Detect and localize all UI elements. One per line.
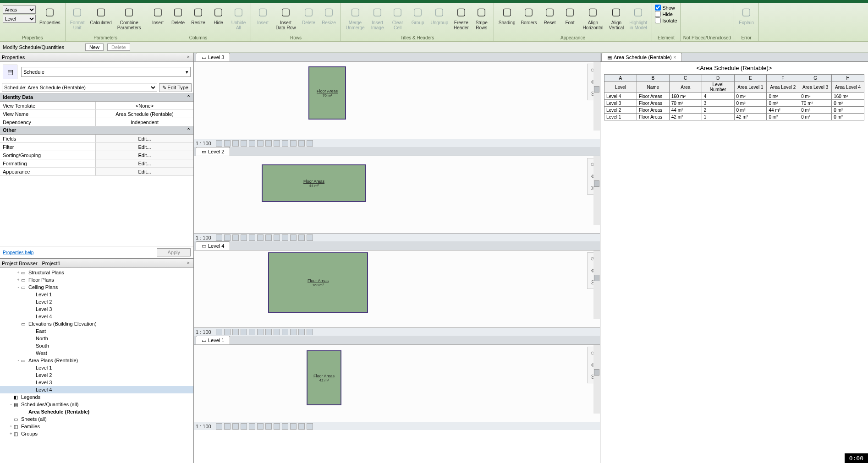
view-control-icon[interactable] [257,234,264,241]
tree-toggle-icon[interactable]: + [8,431,14,436]
ribbon-checkbox[interactable]: Show [655,5,677,11]
view-control-icon[interactable] [290,423,297,430]
schedule-cell[interactable]: 70 m² [669,100,702,107]
view-control-icon[interactable] [298,423,305,430]
view-control-icon[interactable] [282,329,288,335]
ribbon-button[interactable]: ▢Align Vertical [607,4,626,31]
schedule-cell[interactable]: 0 m² [734,100,767,107]
close-tab-icon[interactable]: × [674,55,676,60]
view-canvas[interactable]: Floor Areas70 m²⟳✥⦿ [194,62,600,139]
view-control-icon[interactable] [274,423,280,430]
vertical-scrollbar[interactable] [593,62,600,131]
schedule-cell[interactable]: Floor Areas [637,114,669,120]
view-control-icon[interactable] [232,234,239,241]
column-header[interactable]: Level Number [702,82,734,93]
schedule-cell[interactable]: 4 [702,93,734,100]
column-letter[interactable]: F [767,75,799,82]
view-scale[interactable]: 1 : 100 [196,141,211,146]
ribbon-button[interactable]: ▢Hide [209,4,228,26]
view-control-icon[interactable] [274,329,280,335]
ribbon-button[interactable]: ▢Delete [169,4,187,26]
tree-toggle-icon[interactable]: - [16,285,21,289]
column-header[interactable]: Area Level 4 [832,82,864,93]
schedule-cell[interactable]: Floor Areas [637,107,669,114]
property-value[interactable]: Independent [95,118,193,126]
vertical-scrollbar[interactable] [593,156,600,225]
schedule-cell[interactable]: 42 m² [669,114,702,120]
properties-help-link[interactable]: Properties help [3,250,33,255]
schedule-cell[interactable]: 160 m² [832,93,864,100]
schedule-row[interactable]: Level 2Floor Areas44 m²20 m²44 m²0 m²0 m… [604,107,864,114]
tree-node[interactable]: Level 4 [0,386,193,393]
view-control-icon[interactable] [307,423,313,430]
column-letter[interactable]: G [799,75,832,82]
view-control-icon[interactable] [224,329,231,335]
view-tab[interactable]: ▭Level 1 [196,336,230,344]
tree-toggle-icon[interactable]: - [16,321,21,326]
tree-node[interactable]: -▤Schedules/Quantities (all) [0,401,193,408]
tree-node[interactable]: -▭Ceiling Plans [0,283,193,291]
view-scale[interactable]: 1 : 100 [196,235,211,240]
view-control-icon[interactable] [224,140,231,147]
tree-node[interactable]: +◫Groups [0,430,193,437]
ribbon-button[interactable]: ▢Properties [38,4,62,26]
tree-toggle-icon[interactable]: + [16,278,21,282]
view-tab[interactable]: ▭Level 4 [196,241,230,250]
area-boundary[interactable]: Floor Areas44 m² [262,164,366,202]
instance-dropdown[interactable]: Schedule: Area Schedule (Rentable) [2,83,157,92]
view-control-icon[interactable] [241,140,247,147]
schedule-cell[interactable]: 160 m² [669,93,702,100]
view-control-icon[interactable] [257,140,264,147]
view-control-icon[interactable] [290,329,297,335]
view-control-icon[interactable] [282,423,288,430]
schedule-cell[interactable]: 0 m² [767,114,799,120]
ribbon-button[interactable]: ▢Resize [189,4,208,26]
schedule-cell[interactable]: 0 m² [832,114,864,120]
edit-type-button[interactable]: ✎ Edit Type [159,83,192,92]
property-value[interactable]: <None> [95,102,193,109]
schedule-cell[interactable]: 0 m² [832,107,864,114]
view-control-icon[interactable] [216,423,222,430]
ribbon-button[interactable]: ▢Reset [540,4,559,26]
column-header[interactable]: Area Level 2 [767,82,799,93]
column-letter[interactable]: E [734,75,767,82]
view-control-icon[interactable] [265,140,272,147]
ribbon-dropdown[interactable]: Areas [3,5,36,14]
schedule-tab[interactable]: ▤ Area Schedule (Rentable) × [601,53,682,61]
area-boundary[interactable]: Floor Areas42 m² [307,350,341,405]
tree-node[interactable]: Area Schedule (Rentable) [0,408,193,415]
type-selector-dropdown[interactable]: Schedule ▾ [21,67,191,77]
column-header[interactable]: Area [669,82,702,93]
tree-node[interactable]: -▭Area Plans (Rentable) [0,357,193,364]
tree-toggle-icon[interactable]: - [8,402,14,407]
schedule-cell[interactable]: 1 [702,114,734,120]
ribbon-checkbox[interactable]: Isolate [655,17,677,23]
ribbon-button[interactable]: ▢Insert [149,4,167,26]
property-section-header[interactable]: Other⌃ [0,126,193,135]
view-control-icon[interactable] [232,329,239,335]
view-control-icon[interactable] [307,140,313,147]
ribbon-button[interactable]: ▢Calculated [88,4,114,26]
schedule-cell[interactable]: 0 m² [734,93,767,100]
view-control-icon[interactable] [282,234,288,241]
vertical-scrollbar[interactable] [593,345,600,414]
schedule-cell[interactable]: 3 [702,100,734,107]
column-header[interactable]: Area Level 3 [799,82,832,93]
view-canvas[interactable]: Floor Areas42 m²⟳✥⦿ [194,345,600,422]
column-letter[interactable]: H [832,75,864,82]
view-control-icon[interactable] [232,423,239,430]
view-control-icon[interactable] [265,423,272,430]
schedule-table[interactable]: ABCDEFGHLevelNameAreaLevel NumberArea Le… [604,74,864,120]
schedule-cell[interactable]: Level 3 [604,100,637,107]
view-scale[interactable]: 1 : 100 [196,329,211,335]
schedule-cell[interactable]: 44 m² [669,107,702,114]
tree-node[interactable]: Level 1 [0,364,193,371]
schedule-cell[interactable]: 0 m² [767,93,799,100]
ribbon-dropdown[interactable]: Level [3,15,36,23]
tree-node[interactable]: Level 2 [0,298,193,305]
view-control-icon[interactable] [224,234,231,241]
view-control-icon[interactable] [249,329,255,335]
column-header[interactable]: Level [604,82,637,93]
ribbon-button[interactable]: ▢Shading [497,4,517,26]
tree-node[interactable]: ▭Sheets (all) [0,415,193,423]
